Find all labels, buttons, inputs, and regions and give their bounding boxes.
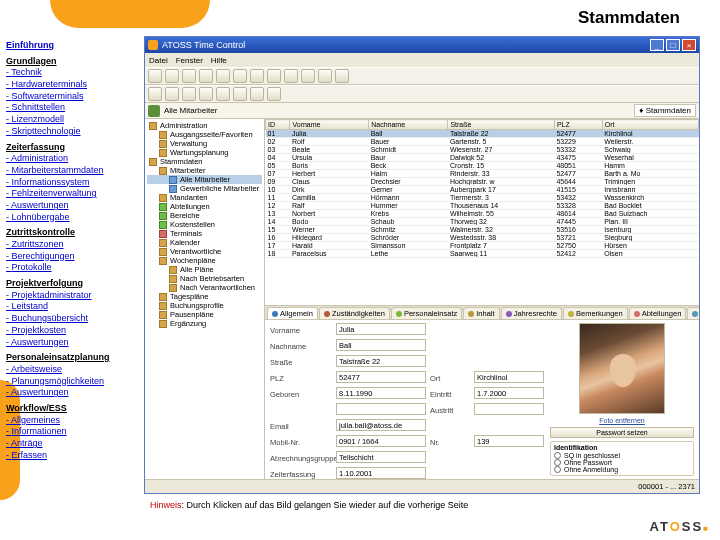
toolbar-button[interactable] [250,87,264,101]
sidebar-link[interactable]: Lizenzmodell [6,114,136,126]
sidebar-link[interactable]: Auswertungen [6,387,136,399]
sidebar-link[interactable]: Berechtigungen [6,251,136,263]
tree-node[interactable]: Mandanten [147,193,262,202]
table-row[interactable]: 18ParacelsusLetheSaarweg 1152412Olsen [266,250,699,258]
menu-item[interactable]: Datei [149,56,168,65]
tree-node[interactable]: Tagespläne [147,292,262,301]
sidebar-intro[interactable]: Einführung [6,40,136,52]
toolbar-button[interactable] [182,69,196,83]
detail-tab[interactable]: Personaleinsatz [391,307,462,319]
tree-node[interactable]: Gewerbliche Mitarbeiter [147,184,262,193]
toolbar-button[interactable] [335,69,349,83]
toolbar-button[interactable] [199,69,213,83]
tree-node[interactable]: Administration [147,121,262,130]
sidebar-link[interactable]: Hardwareterminals [6,79,136,91]
tree-node[interactable]: Kalender [147,238,262,247]
employee-grid[interactable]: IDVornameNachnameStraßePLZOrt01JuliaBall… [265,119,699,306]
form-input[interactable] [336,323,426,335]
tree-node[interactable]: Verwaltung [147,139,262,148]
nav-tree[interactable]: AdministrationAusgangsseite/FavoritenVer… [145,119,265,479]
close-button[interactable]: × [682,39,696,51]
toolbar-button[interactable] [267,69,281,83]
sidebar-link[interactable]: Anträge [6,438,136,450]
toolbar-button[interactable] [165,69,179,83]
sidebar-link[interactable]: Softwareterminals [6,91,136,103]
form-input[interactable] [336,371,426,383]
tree-node[interactable]: Ausgangsseite/Favoriten [147,130,262,139]
column-header[interactable]: ID [266,120,290,130]
radio-option[interactable]: Ohne Anmeldung [554,466,690,473]
sidebar-link[interactable]: Schnittstellen [6,102,136,114]
form-input[interactable] [336,451,426,463]
form-input[interactable] [336,467,426,479]
table-row[interactable]: 09ClausDrechslerHochgratstr. w45644Trimi… [266,178,699,186]
table-row[interactable]: 11CamillaHörmannTiermerstr. 353432Wassen… [266,194,699,202]
toolbar-button[interactable] [148,87,162,101]
toolbar-button[interactable] [182,87,196,101]
table-row[interactable]: 12RalfHummerThousenaus 1453328Bad Bockle… [266,202,699,210]
detail-tab[interactable]: Jahresrechte [501,307,562,319]
detail-tab[interactable]: Bemerkungen [563,307,628,319]
sidebar-link[interactable]: Informationssystem [6,177,136,189]
toolbar-button[interactable] [233,87,247,101]
remove-photo-link[interactable]: Foto entfernen [599,417,645,424]
table-row[interactable]: 14BodoSchaubThorweg 3247445Plan. III [266,218,699,226]
tree-node[interactable]: Kostenstellen [147,220,262,229]
tree-node[interactable]: Wartungsplanung [147,148,262,157]
minimize-button[interactable]: _ [650,39,664,51]
column-header[interactable]: Vorname [290,120,369,130]
toolbar-button[interactable] [284,69,298,83]
toolbar-button[interactable] [233,69,247,83]
tree-node[interactable]: Abteilungen [147,202,262,211]
sidebar-link[interactable]: Auswertungen [6,337,136,349]
menu-item[interactable]: Hilfe [211,56,227,65]
tree-node[interactable]: Verantwortliche [147,247,262,256]
tree-node[interactable]: Bereiche [147,211,262,220]
toolbar-button[interactable] [216,69,230,83]
table-row[interactable]: 02RolfBauerGartenstr. 553229Weilerstr. [266,138,699,146]
table-row[interactable]: 01JuliaBallTalstraße 2252477Kirchlinol [266,130,699,138]
tree-node[interactable]: Terminals [147,229,262,238]
maximize-button[interactable]: □ [666,39,680,51]
toolbar-button[interactable] [250,69,264,83]
sidebar-link[interactable]: Technik [6,67,136,79]
toolbar-button[interactable] [199,87,213,101]
tree-node[interactable]: Stammdaten [147,157,262,166]
tree-node[interactable]: Alle Mitarbeiter [147,175,262,184]
tree-node[interactable]: Buchungsprofile [147,301,262,310]
form-input[interactable] [474,403,544,415]
table-row[interactable]: 10DirkGernerAubergpark 1741515Innsbrann [266,186,699,194]
table-row[interactable]: 17HaraldSimanssonFrontplatz 752750Hürsen [266,242,699,250]
form-input[interactable] [474,387,544,399]
detail-tab[interactable]: Zuständigkeiten [319,307,390,319]
sidebar-link[interactable]: Fehlzeitenverwaltung [6,188,136,200]
toolbar-button[interactable] [318,69,332,83]
tree-node[interactable]: Nach Verantwortlichen [147,283,262,292]
stammdaten-chip[interactable]: ♦ Stammdaten [634,104,696,117]
tree-node[interactable]: Ergänzung [147,319,262,328]
table-row[interactable]: 15WernerSchmitzWalmerstr. 3253516Isenbur… [266,226,699,234]
table-row[interactable]: 05BorisBeckCronstr. 1548051Hamm [266,162,699,170]
radio-option[interactable]: SQ in geschlossel [554,452,690,459]
sidebar-link[interactable]: Informationen [6,426,136,438]
sidebar-link[interactable]: Projektkosten [6,325,136,337]
form-input[interactable] [336,419,426,431]
toolbar-button[interactable] [216,87,230,101]
detail-tab[interactable]: Abteilungen [629,307,687,319]
detail-tab[interactable]: Allgemein [267,307,318,319]
form-input[interactable] [336,435,426,447]
toolbar-button[interactable] [301,69,315,83]
tree-node[interactable]: Alle Pläne [147,265,262,274]
form-input[interactable] [336,339,426,351]
form-input[interactable] [474,371,544,383]
detail-tab[interactable]: Inhalt [463,307,499,319]
sidebar-link[interactable]: Erfassen [6,450,136,462]
form-input[interactable] [336,355,426,367]
sidebar-link[interactable]: Auswertungen [6,200,136,212]
sidebar-link[interactable]: Arbeitsweise [6,364,136,376]
sidebar-link[interactable]: Zutrittszonen [6,239,136,251]
sidebar-link[interactable]: Skripttechnologie [6,126,136,138]
sidebar-link[interactable]: Leitstand [6,301,136,313]
toolbar-button[interactable] [148,69,162,83]
column-header[interactable]: PLZ [554,120,602,130]
